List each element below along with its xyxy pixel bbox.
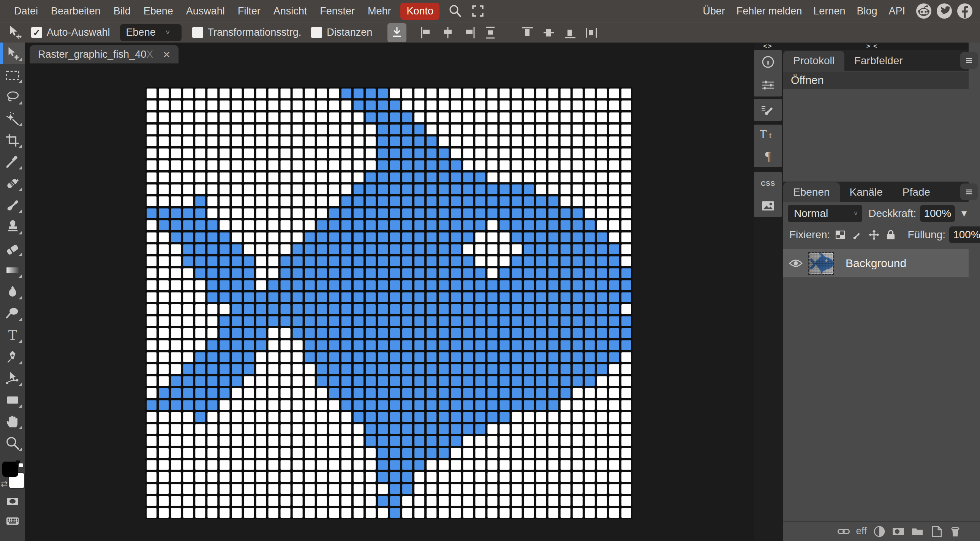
menu-item-bild[interactable]: Bild: [107, 5, 137, 17]
rect-select-tool[interactable]: [0, 64, 25, 86]
eyedropper-tool[interactable]: [0, 151, 25, 172]
search-icon[interactable]: [448, 4, 462, 18]
auto-align-button[interactable]: [387, 23, 406, 42]
menu-item-fenster[interactable]: Fenster: [313, 5, 361, 17]
lock-paint-icon[interactable]: [851, 229, 868, 241]
rect-shape-tool-icon: [5, 393, 20, 407]
menu-link-über[interactable]: Über: [697, 5, 731, 17]
path-select-tool-icon: [5, 371, 20, 386]
menu-item-filter[interactable]: Filter: [231, 5, 267, 17]
lock-all-icon[interactable]: [885, 229, 901, 241]
align-bottom-icon[interactable]: [563, 25, 578, 40]
rect-shape-tool[interactable]: [0, 389, 25, 411]
svg-text:T: T: [760, 127, 767, 141]
hand-tool[interactable]: [0, 411, 25, 432]
target-select-dropdown[interactable]: Ebene ˅: [120, 24, 181, 41]
distances-checkbox[interactable]: Distanzen: [311, 27, 372, 38]
lock-transparency-icon[interactable]: [835, 229, 851, 241]
transform-controls-checkbox[interactable]: Transformationsstrg.: [192, 27, 302, 38]
facebook-icon[interactable]: [957, 3, 972, 19]
layers-panel-menu-button[interactable]: [960, 183, 978, 200]
menu-item-bearbeiten[interactable]: Bearbeiten: [45, 5, 107, 17]
history-item-open[interactable]: Öffnen: [783, 72, 969, 89]
effects-button[interactable]: eff: [856, 525, 867, 538]
zoom-tool[interactable]: [0, 432, 25, 454]
menu-link-blog[interactable]: Blog: [851, 5, 883, 17]
reddit-icon[interactable]: [916, 3, 931, 19]
crop-tool[interactable]: [0, 129, 25, 151]
brush-tool[interactable]: [0, 194, 25, 216]
type-tool[interactable]: T: [0, 324, 25, 346]
blend-mode-dropdown[interactable]: Normal ˅: [788, 205, 862, 222]
align-center-h-icon[interactable]: [441, 25, 455, 40]
new-layer-icon[interactable]: [930, 525, 943, 538]
gradient-tool[interactable]: [0, 259, 25, 281]
lasso-tool[interactable]: [0, 86, 25, 108]
menu-item-datei[interactable]: Datei: [8, 5, 45, 17]
spot-heal-tool[interactable]: [0, 172, 25, 194]
quick-mask-icon: [5, 494, 20, 508]
menu-link-fehler-melden[interactable]: Fehler melden: [731, 5, 808, 17]
fill-value[interactable]: 100%: [949, 226, 980, 243]
path-select-tool[interactable]: [0, 368, 25, 389]
twitter-icon[interactable]: [937, 3, 952, 19]
tab-farbfelder[interactable]: Farbfelder: [845, 51, 913, 71]
tab-protokoll[interactable]: Protokoll: [783, 51, 845, 71]
document-tab[interactable]: Raster_graphic_fish_40X ×: [30, 45, 178, 64]
info-panel-icon[interactable]: [760, 54, 776, 70]
menu-link-api[interactable]: API: [883, 5, 911, 17]
menu-item-ansicht[interactable]: Ansicht: [267, 5, 314, 17]
eraser-tool[interactable]: [0, 237, 25, 259]
link-icon[interactable]: [837, 525, 850, 538]
distribute-h-icon[interactable]: [584, 25, 599, 40]
layer-row-background[interactable]: Background: [783, 249, 969, 277]
group-icon[interactable]: [911, 525, 924, 538]
tool-palette: T ⇄: [0, 43, 25, 541]
tools: T: [0, 43, 25, 454]
quick-mask-button[interactable]: [0, 491, 25, 511]
layers-panel-tabs: Ebenen Kanäle Pfade: [783, 181, 969, 202]
fullscreen-icon[interactable]: [471, 4, 485, 18]
canvas[interactable]: [145, 88, 632, 519]
distribute-v-icon[interactable]: [483, 25, 498, 40]
delete-icon[interactable]: [949, 525, 962, 538]
move-tool[interactable]: [0, 43, 25, 64]
brush-settings-panel-icon[interactable]: [760, 102, 776, 118]
collapse-strip-toggle[interactable]: <>: [754, 43, 782, 50]
adjustment-icon[interactable]: [873, 525, 886, 538]
auto-select-checkbox[interactable]: ✓ Auto-Auswahl: [31, 27, 110, 38]
tab-ebenen[interactable]: Ebenen: [783, 182, 840, 202]
menu-link-lernen[interactable]: Lernen: [808, 5, 851, 17]
layer-thumbnail[interactable]: [809, 253, 834, 274]
close-icon[interactable]: ×: [163, 48, 170, 60]
align-right-icon[interactable]: [462, 25, 476, 40]
tab-pfade[interactable]: Pfade: [892, 182, 940, 202]
swap-colors-icon[interactable]: ⇄: [1, 479, 8, 489]
menu-item-auswahl[interactable]: Auswahl: [180, 5, 231, 17]
default-colors-icon[interactable]: [15, 460, 24, 468]
opacity-value[interactable]: 100%: [920, 205, 955, 222]
blur-tool[interactable]: [0, 281, 25, 302]
dodge-tool[interactable]: [0, 302, 25, 324]
align-top-icon[interactable]: [520, 25, 535, 40]
image-panel-icon[interactable]: [760, 198, 776, 214]
align-middle-icon[interactable]: [542, 25, 556, 40]
pen-tool[interactable]: [0, 346, 25, 368]
character-panel-icon[interactable]: Tt: [760, 127, 776, 143]
magic-wand-tool[interactable]: [0, 108, 25, 129]
tab-kanaele[interactable]: Kanäle: [840, 182, 892, 202]
paragraph-panel-icon[interactable]: ¶: [760, 148, 776, 164]
layer-visibility-eye-icon[interactable]: [789, 258, 803, 269]
color-swatches[interactable]: ⇄: [0, 459, 25, 491]
menu-item-mehr[interactable]: Mehr: [361, 5, 398, 17]
properties-panel-icon[interactable]: [760, 77, 776, 93]
css-panel-icon[interactable]: CSS: [760, 175, 776, 191]
align-left-icon[interactable]: [419, 25, 434, 40]
menu-item-ebene[interactable]: Ebene: [137, 5, 180, 17]
opacity-slider-toggle[interactable]: ▼: [959, 208, 969, 219]
mask-icon[interactable]: [892, 525, 905, 538]
account-button[interactable]: Konto: [400, 3, 439, 20]
lock-move-icon[interactable]: [868, 229, 885, 241]
keyboard-shortcuts-button[interactable]: [0, 511, 25, 531]
clone-stamp-tool[interactable]: [0, 216, 25, 237]
